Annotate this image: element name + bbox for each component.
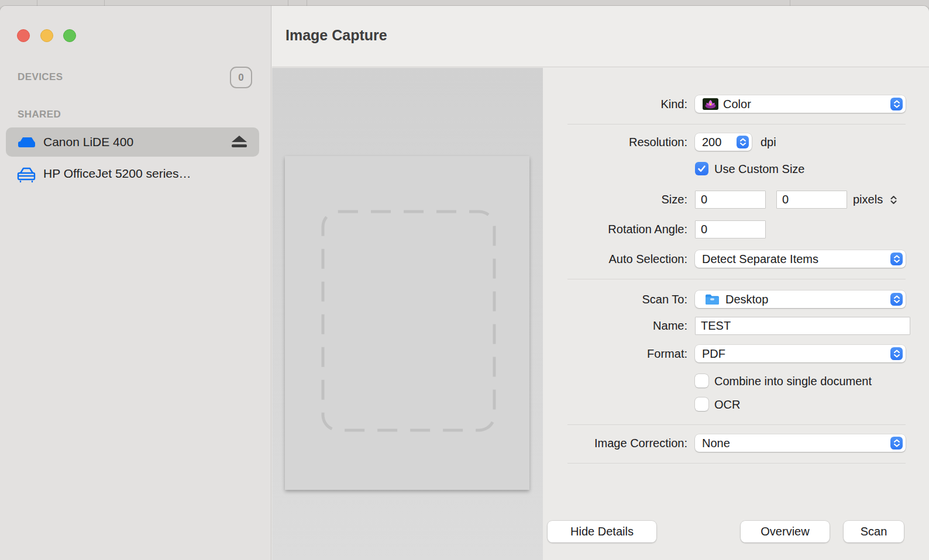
format-value: PDF [702,345,725,362]
zoom-button[interactable] [63,29,76,42]
format-popup[interactable]: PDF [695,345,906,362]
sidebar-item-hp-officejet-5200[interactable]: HP OfficeJet 5200 series… [6,159,259,188]
rotation-angle-input[interactable] [695,220,766,238]
dpi-unit-label: dpi [761,133,776,151]
eject-icon[interactable] [230,136,248,148]
popup-stepper-icon[interactable] [737,136,749,148]
separator [567,124,906,125]
popup-stepper-icon[interactable] [890,253,903,265]
auto-selection-label: Auto Selection: [608,250,687,268]
name-label: Name: [653,317,687,334]
format-label: Format: [647,345,687,362]
sidebar: DEVICES 0 SHARED Canon LiDE 400 [0,6,271,560]
popup-stepper-icon[interactable] [890,347,903,360]
folder-icon [705,293,720,305]
scan-preview-pane [272,68,543,560]
scanner-open-lid-icon [16,167,36,182]
size-width-input[interactable] [695,191,766,209]
hide-details-button[interactable]: Hide Details [548,521,656,542]
kind-popup[interactable]: Color [695,95,906,113]
auto-selection-value: Detect Separate Items [702,250,818,268]
use-custom-size-label: Use Custom Size [714,162,805,176]
ocr-label: OCR [714,397,740,412]
page-title: Image Capture [285,6,387,67]
color-photo-thumbnail [703,98,718,110]
rotation-angle-label: Rotation Angle: [608,220,687,238]
chevron-up-down-icon[interactable] [890,195,897,207]
scan-to-value: Desktop [725,291,768,308]
auto-selection-popup[interactable]: Detect Separate Items [695,250,906,268]
image-correction-value: None [702,434,730,452]
scan-bed-page [285,156,529,490]
separator [567,279,906,279]
image-correction-popup[interactable]: None [695,434,906,452]
sidebar-item-canon-lide-400[interactable]: Canon LiDE 400 [6,127,259,157]
image-capture-window: DEVICES 0 SHARED Canon LiDE 400 [0,6,929,560]
scan-to-popup[interactable]: Desktop [695,291,906,308]
combine-label: Combine into single document [714,374,872,388]
popup-stepper-icon[interactable] [890,293,903,306]
scan-to-label: Scan To: [642,291,687,308]
devices-section-header: DEVICES [18,71,63,83]
use-custom-size-checkbox[interactable] [695,162,708,175]
kind-label: Kind: [660,95,687,113]
minimize-button[interactable] [40,29,53,42]
size-unit-popup[interactable]: pixels [853,191,883,209]
kind-value: Color [723,95,751,113]
resolution-label: Resolution: [629,133,687,151]
titlebar: Image Capture [272,6,929,67]
device-name: HP OfficeJet 5200 series… [43,159,191,188]
device-name: Canon LiDE 400 [43,127,133,157]
devices-count-badge: 0 [230,67,252,88]
close-button[interactable] [17,29,30,42]
scan-button[interactable]: Scan [844,521,904,542]
separator [567,424,906,425]
shared-section-header: SHARED [18,109,61,120]
size-height-input[interactable] [776,191,847,209]
overview-button[interactable]: Overview [741,521,830,542]
resolution-value: 200 [702,133,721,151]
ocr-checkbox[interactable] [695,397,708,411]
checkmark-icon [697,164,706,173]
popup-stepper-icon[interactable] [890,437,903,450]
separator [567,463,906,464]
popup-stepper-icon[interactable] [890,98,903,110]
size-label: Size: [662,191,687,208]
resolution-popup[interactable]: 200 [695,133,752,151]
image-correction-label: Image Correction: [594,434,687,452]
combine-checkbox[interactable] [695,374,708,388]
selection-marquee[interactable] [285,156,529,490]
name-input[interactable] [695,317,910,335]
scanner-flatbed-icon [16,135,36,150]
